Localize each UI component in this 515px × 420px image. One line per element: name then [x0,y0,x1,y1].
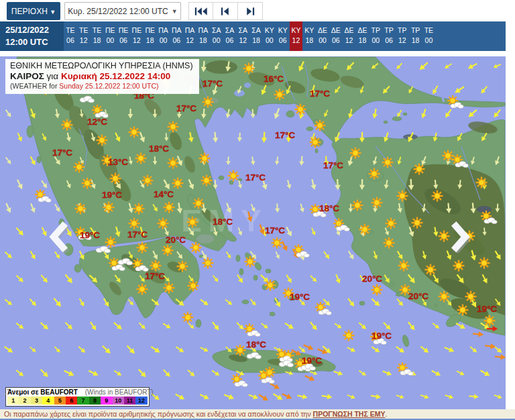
sun-icon [142,175,154,187]
sun-icon [453,260,465,272]
sun-icon [62,119,73,131]
beaufort-scale-cell: 6 [66,397,77,405]
sun-icon [133,203,145,215]
sun-icon [476,177,488,189]
sun-icon [201,175,213,187]
timeline-cell[interactable]: ΠΑ06 [170,21,183,51]
sun-icon [203,97,214,108]
sun-icon [129,218,140,229]
timeline-cell[interactable]: ΠΑ00 [157,21,170,51]
timeline-cell[interactable]: ΣΑ06 [223,21,237,51]
timeline-cell[interactable]: ΤΕ18 [91,21,104,51]
sun-icon [150,260,162,272]
timeline-cell[interactable]: ΚΥ12 [290,21,303,51]
timeline-cell[interactable]: ΠΕ12 [130,21,144,51]
sun-icon [199,153,211,164]
timeline-cell[interactable]: ΤΕ12 [77,21,91,51]
beaufort-scale-cell: 2 [19,397,30,405]
sun-icon [425,264,437,276]
temperature-label: 17°C [127,229,148,240]
sun-icon [265,280,276,291]
timeline-cell[interactable]: ΣΑ12 [236,21,249,51]
sun-icon [103,202,115,213]
temperature-label: 17°C [203,78,223,89]
beaufort-scale-cell: 11 [124,397,135,405]
timeline-cell[interactable]: ΣΑ18 [249,21,263,51]
timeline-cell[interactable]: ΔΕ00 [316,21,329,51]
timeline-cell[interactable]: ΤΡ00 [369,21,382,51]
sun-icon [137,242,148,254]
timeline-cell[interactable]: ΔΕ18 [356,21,369,51]
sun-icon [397,191,408,202]
step-forward-button[interactable] [238,2,263,20]
sun-icon [177,261,188,272]
beaufort-scale-cell: 9 [101,397,112,405]
sun-icon [82,178,93,189]
map-title-line1: ΕΘΝΙΚΗ ΜΕΤΕΩΡΟΛΟΓΙΚΗ ΥΠΗΡΕΣΙΑ (HNMS) [10,61,193,71]
sun-icon [432,191,443,202]
timeline-cell[interactable]: ΠΕ00 [103,21,117,51]
sun-icon [105,237,117,248]
temperature-label: 17°C [245,172,266,182]
sun-icon [457,305,469,316]
weather-map[interactable]: ΕΜΥ 18°C17°C17°C16°C17°C12°C17°C18°C13°C… [0,56,506,409]
timeline-cell[interactable]: ΚΥ18 [302,21,316,51]
disclaimer-bar: Οι παραπάνω χάρτες είναι προϊόντα αριθμη… [0,409,515,419]
temperature-label: 16°C [264,74,284,84]
chevron-left-icon [46,221,70,253]
timeline-cell[interactable]: ΔΕ06 [329,21,343,51]
beaufort-scale-cell: 3 [31,397,42,405]
region-button-label: ΠΕΡΙΟΧΗ [11,7,48,16]
temperature-label: 19°C [477,304,497,314]
temperature-label: 19°C [290,292,310,302]
hnms-weather-app: ΠΕΡΙΟΧΗ ▼ Κυρ. 25/12/2022 12:00 UTC ▼ [0,0,515,420]
sun-icon [479,258,490,269]
emy-forecast-link[interactable]: ΠΡΟΓΝΩΣΗ ΤΗΣ ΕΜΥ [313,410,386,418]
temperature-label: 18°C [213,217,233,227]
sun-icon [343,330,355,342]
timeline-cell[interactable]: ΠΑ12 [183,21,196,51]
datetime-select-value: Κυρ. 25/12/2022 12:00 UTC [68,7,168,16]
timeline-cell[interactable]: ΣΑ00 [210,21,223,51]
temperature-label: 20°C [408,291,428,301]
map-next-arrow-button[interactable] [449,221,473,253]
timeline-cell[interactable]: ΚΥ06 [276,21,290,51]
region-button[interactable]: ΠΕΡΙΟΧΗ ▼ [7,2,60,20]
temperature-label: 19°C [102,190,122,200]
timeline-cell[interactable]: ΚΥ00 [263,21,276,51]
timeline-current-cell: 25/12/2022 12:00 UTC [0,21,64,51]
disclaimer-text: Οι παραπάνω χάρτες είναι προϊόντα αριθμη… [4,410,313,418]
sun-icon [272,238,283,249]
sun-icon [203,258,214,269]
skip-to-first-button[interactable] [188,2,213,20]
timeline-cell[interactable]: ΠΕ06 [117,21,130,51]
sun-icon [129,127,140,138]
temperature-label: 20°C [166,235,186,245]
sun-icon [164,282,175,294]
timeline-cell[interactable]: ΔΕ12 [343,21,356,51]
timeline-cell[interactable]: ΠΕ18 [144,21,157,51]
timeline-cell[interactable]: ΤΡ06 [382,21,396,51]
timeline-cell[interactable]: ΤΕ06 [64,21,77,51]
sun-icon [168,158,179,169]
sun-icon [371,197,383,209]
sun-icon [110,173,121,185]
timeline-cell[interactable]: ΤΡ18 [409,21,422,51]
beaufort-scale-cell: 12 [135,397,147,405]
sun-icon [182,312,194,323]
timeline-cell[interactable]: ΤΕ00 [422,21,436,51]
sun-icon [158,218,169,229]
sun-icon [193,198,205,209]
step-back-button[interactable] [213,2,238,20]
sun-icon [274,89,286,101]
sun-icon [187,217,198,228]
timeline-cell[interactable]: ΤΡ12 [396,21,409,51]
timeline-cell[interactable]: ΠΑ18 [196,21,210,51]
legend-title-greek: Άνεμοι σε BEAUFORT [7,388,78,396]
map-prev-arrow-button[interactable] [46,221,70,253]
sun-icon [484,315,496,327]
sun-icon [245,256,256,268]
beaufort-scale-cell: 4 [42,397,54,405]
datetime-select[interactable]: Κυρ. 25/12/2022 12:00 UTC ▼ [64,2,181,20]
sun-icon [164,202,175,213]
